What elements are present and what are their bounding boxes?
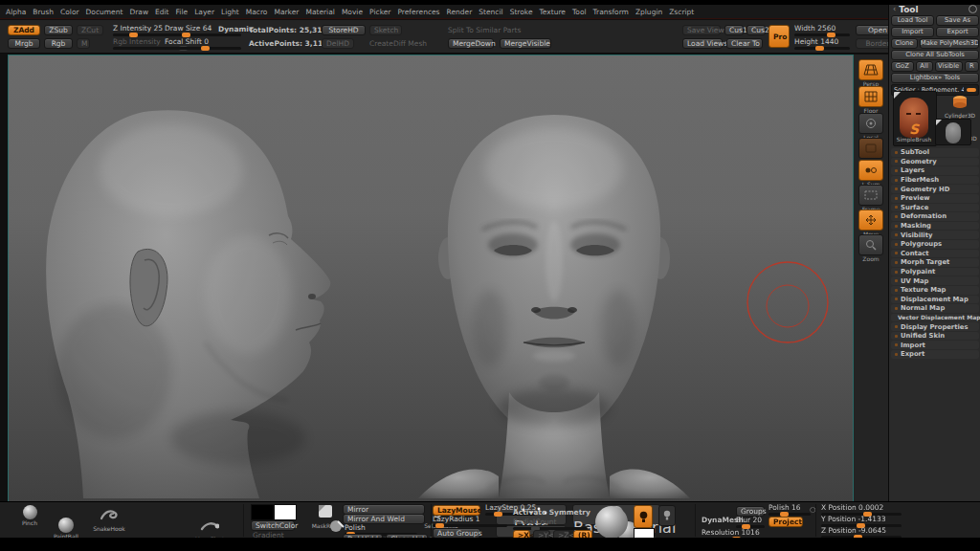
panel-collapse-icon[interactable]: ‹ — [893, 5, 896, 13]
lazyradius-slider[interactable]: LazyRadius 1 — [433, 516, 507, 527]
split-to-similar-button[interactable]: Split To Similar Parts — [448, 26, 521, 34]
cus2-button[interactable]: Cus2 — [746, 25, 766, 35]
section-geometry[interactable]: Geometry — [891, 158, 979, 166]
pro-toggle[interactable]: Pro — [768, 25, 790, 48]
mergevisible-button[interactable]: MergeVisible — [500, 38, 551, 49]
section-layers[interactable]: Layers — [891, 166, 979, 175]
menu-document[interactable]: Document — [86, 8, 123, 16]
menu-color[interactable]: Color — [60, 8, 79, 16]
menu-material[interactable]: Material — [305, 8, 334, 16]
save-as-button[interactable]: Save As — [936, 15, 979, 26]
blur-slider[interactable]: Blur 20 — [736, 517, 765, 528]
menu-transform[interactable]: Transform — [593, 8, 629, 16]
load-views-button[interactable]: Load Views — [682, 38, 723, 49]
sketch-button[interactable]: Sketch — [369, 25, 402, 35]
brush-slot-pinch[interactable]: Pinch — [15, 505, 44, 526]
save-views-button[interactable]: Save Views — [682, 25, 721, 35]
move-button[interactable]: Move — [858, 209, 883, 237]
brush-slot-snakehook[interactable]: SnakeHook — [88, 507, 130, 532]
doc-width-slider[interactable]: Width 2560 — [794, 25, 850, 36]
section-morph-target[interactable]: Morph Target — [891, 258, 979, 267]
mergedown-button[interactable]: MergeDown — [448, 38, 494, 49]
secondary-color-swatch[interactable] — [274, 504, 297, 520]
menu-zplugin[interactable]: Zplugin — [635, 8, 662, 16]
section-fibermesh[interactable]: FiberMesh — [891, 176, 979, 185]
radialcount-slider[interactable]: RadialCount — [513, 518, 588, 530]
menu-edit[interactable]: Edit — [155, 8, 169, 16]
section-vector-displacement-map[interactable]: Vector Displacement Map — [891, 314, 979, 322]
section-preview[interactable]: Preview — [891, 194, 979, 203]
document-canvas[interactable] — [8, 55, 854, 502]
menu-draw[interactable]: Draw — [129, 8, 148, 16]
lightbox-tools-button[interactable]: Lightbox» Tools — [891, 73, 979, 83]
material-preview-sphere[interactable] — [595, 506, 628, 539]
section-import[interactable]: Import — [891, 341, 979, 349]
zsub-button[interactable]: ZSub — [44, 25, 73, 35]
cylinder3d-thumb[interactable]: Cylinder3D — [941, 95, 979, 119]
zadd-button[interactable]: ZAdd — [8, 25, 40, 35]
doc-height-slider[interactable]: Height 1440 — [794, 38, 850, 50]
section-polygroups[interactable]: Polygroups — [891, 240, 979, 249]
activate-symmetry-toggle[interactable]: Activate Symmetry — [513, 508, 590, 517]
section-display-properties[interactable]: Display Properties — [891, 322, 979, 331]
menu-macro[interactable]: Macro — [246, 8, 268, 16]
menu-tool[interactable]: Tool — [572, 8, 587, 16]
import-button[interactable]: Import — [891, 27, 934, 37]
section-contact[interactable]: Contact — [891, 250, 979, 258]
dynamic-toggle[interactable]: Dynamic — [218, 25, 253, 33]
menu-layer[interactable]: Layer — [194, 8, 214, 16]
menu-brush[interactable]: Brush — [33, 8, 54, 16]
light-2-button[interactable] — [658, 505, 676, 526]
tool-mini-slider[interactable] — [967, 88, 976, 92]
delhd-button[interactable]: DelHD — [322, 38, 354, 49]
goz-button[interactable]: GoZ — [891, 61, 914, 72]
light-1-button[interactable] — [634, 505, 653, 528]
section-subtool[interactable]: SubTool — [891, 148, 979, 157]
section-deformation[interactable]: Deformation — [891, 212, 979, 221]
local-button[interactable]: Local — [858, 113, 883, 141]
clone-all-subtools-button[interactable]: Clone All SubTools — [891, 50, 979, 60]
brush-slot-paintball[interactable]: PaintBall — [50, 518, 82, 540]
rgb-button[interactable]: Rgb — [44, 38, 73, 49]
section-surface[interactable]: Surface — [891, 204, 979, 212]
goz-r-button[interactable]: R — [965, 61, 979, 72]
menu-marker[interactable]: Marker — [274, 8, 299, 16]
clone-button[interactable]: Clone — [891, 38, 918, 49]
menu-render[interactable]: Render — [447, 8, 473, 16]
goz-all-button[interactable]: All — [916, 61, 933, 72]
section-masking[interactable]: Masking — [891, 222, 979, 231]
zoom-button[interactable]: Zoom — [858, 234, 883, 262]
storehd-button[interactable]: StoreHD — [322, 25, 366, 35]
goz-visible-button[interactable]: Visible — [935, 61, 963, 72]
menu-texture[interactable]: Texture — [540, 8, 566, 16]
make-polymesh3d-button[interactable]: Make PolyMesh3D — [920, 38, 979, 49]
floor-button[interactable]: Floor — [858, 86, 883, 114]
menu-zscript[interactable]: Zscript — [669, 8, 694, 16]
mrgb-button[interactable]: Mrgb — [8, 38, 40, 49]
menu-stroke[interactable]: Stroke — [510, 8, 533, 16]
export-button[interactable]: Export — [936, 27, 979, 37]
creatediff-button[interactable]: CreateDiff Mesh — [369, 39, 427, 48]
frame-button[interactable]: Frame — [858, 185, 883, 212]
m-button[interactable]: M — [77, 38, 90, 49]
shelf-mode-button[interactable] — [858, 138, 883, 159]
menu-alpha[interactable]: Alpha — [6, 8, 26, 16]
cus1-button[interactable]: Cus1 — [724, 25, 744, 35]
menu-file[interactable]: File — [176, 8, 189, 16]
menu-stencil[interactable]: Stencil — [479, 8, 502, 16]
main-color-swatch[interactable] — [251, 504, 274, 520]
lsym-button[interactable]: L.Sym — [858, 160, 883, 187]
section-export[interactable]: Export — [891, 350, 979, 359]
recent-tool-thumbnail[interactable] — [935, 119, 971, 145]
zcut-button[interactable]: ZCut — [77, 25, 103, 35]
menu-light[interactable]: Light — [221, 8, 239, 16]
simplebrush-thumb[interactable]: S SimpleBrush — [895, 121, 933, 143]
menu-movie[interactable]: Movie — [342, 8, 363, 16]
section-uv-map[interactable]: UV Map — [891, 276, 979, 285]
section-visibility[interactable]: Visibility — [891, 231, 979, 239]
section-unified-skin[interactable]: Unified Skin — [891, 332, 979, 341]
section-texture-map[interactable]: Texture Map — [891, 286, 979, 295]
section-normal-map[interactable]: Normal Map — [891, 304, 979, 313]
menu-picker[interactable]: Picker — [369, 8, 390, 16]
persp-button[interactable]: Persp — [858, 59, 883, 87]
